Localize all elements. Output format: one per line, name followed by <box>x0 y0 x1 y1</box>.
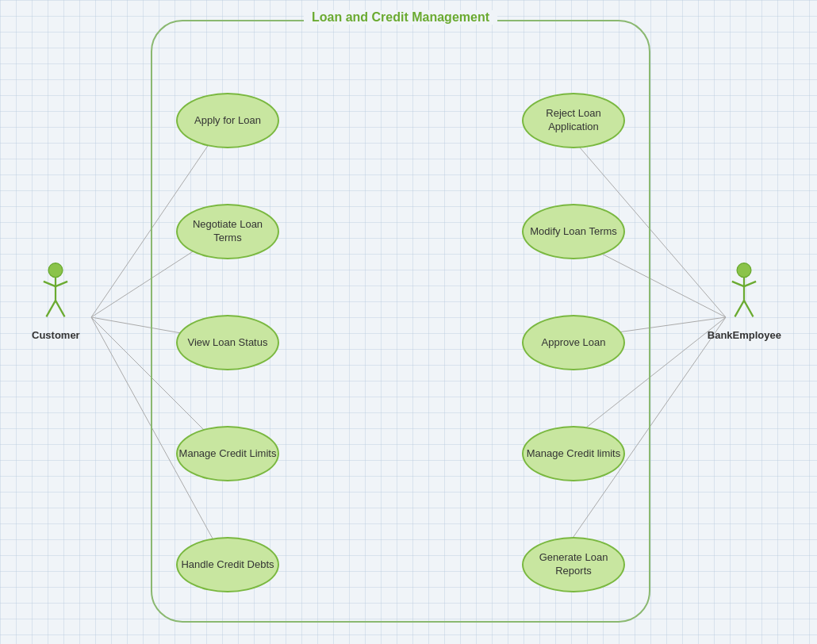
svg-point-10 <box>48 263 63 278</box>
svg-line-14 <box>47 301 56 316</box>
svg-point-16 <box>738 263 752 278</box>
diagram-container: Loan and Credit Management Apply for Loa… <box>8 8 809 634</box>
svg-line-15 <box>56 301 65 316</box>
svg-line-18 <box>732 282 744 286</box>
customer-label: Customer <box>32 329 80 341</box>
use-case-manage-credit-limits-bank[interactable]: Manage Credit limits <box>522 426 625 481</box>
actor-customer: Customer <box>32 262 80 341</box>
bank-employee-figure-icon <box>724 262 764 325</box>
use-case-approve-loan[interactable]: Approve Loan <box>522 315 625 370</box>
use-case-modify-loan[interactable]: Modify Loan Terms <box>522 204 625 259</box>
svg-line-19 <box>744 282 756 286</box>
use-case-apply-loan[interactable]: Apply for Loan <box>176 93 279 148</box>
customer-figure-icon <box>36 262 75 325</box>
svg-line-20 <box>735 301 745 316</box>
use-case-handle-credit-debts[interactable]: Handle Credit Debts <box>176 537 279 592</box>
use-case-manage-credit-limits-customer[interactable]: Manage Credit Limits <box>176 426 279 481</box>
svg-line-13 <box>56 282 67 286</box>
system-title: Loan and Credit Management <box>304 10 497 25</box>
system-boundary: Loan and Credit Management Apply for Loa… <box>151 20 650 623</box>
use-case-reject-loan[interactable]: Reject Loan Application <box>522 93 625 148</box>
use-case-negotiate-loan[interactable]: Negotiate Loan Terms <box>176 204 279 259</box>
svg-line-21 <box>744 301 754 316</box>
use-case-view-loan-status[interactable]: View Loan Status <box>176 315 279 370</box>
use-case-generate-loan-reports[interactable]: Generate Loan Reports <box>522 537 625 592</box>
svg-line-12 <box>44 282 56 286</box>
actor-bank-employee: BankEmployee <box>708 262 781 341</box>
bank-employee-label: BankEmployee <box>708 329 781 341</box>
